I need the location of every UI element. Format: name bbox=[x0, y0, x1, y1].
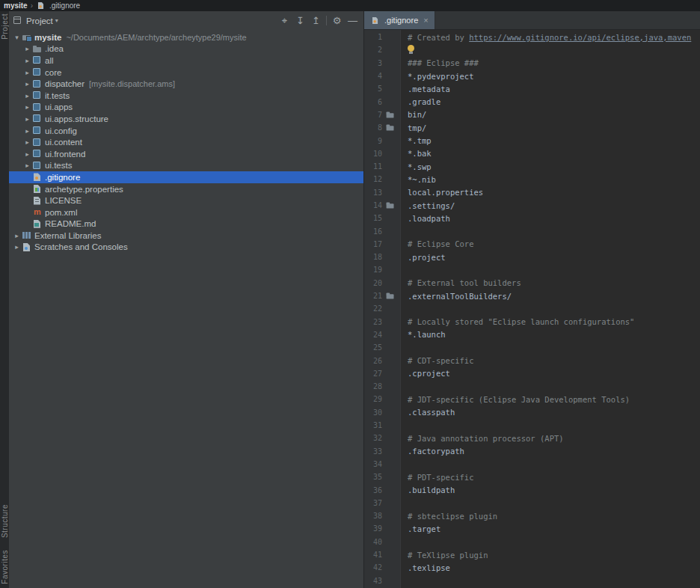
tree-item-external-libraries[interactable]: ▸External Libraries bbox=[9, 230, 363, 242]
code-line-23[interactable]: # Locally stored "Eclipse launch configu… bbox=[408, 316, 700, 328]
chevron-right-icon[interactable]: ▸ bbox=[22, 45, 32, 52]
code-line-42[interactable]: .texlipse bbox=[408, 561, 700, 574]
code-line-5[interactable]: .metadata bbox=[408, 82, 700, 95]
breadcrumb-file[interactable]: .gitignore bbox=[49, 1, 80, 10]
tree-item-ui-frontend[interactable]: ▸ui.frontend bbox=[9, 148, 363, 160]
locate-icon[interactable]: ⌖ bbox=[277, 13, 292, 28]
code-line-20[interactable]: # External tool builders bbox=[408, 277, 700, 290]
left-tool-stripe: Project Structure Favorites bbox=[0, 11, 9, 588]
code-line-19[interactable] bbox=[408, 263, 700, 276]
stripe-favorites-button[interactable]: Favorites bbox=[1, 550, 9, 584]
code-line-30[interactable]: .classpath bbox=[408, 406, 700, 419]
code-line-22[interactable] bbox=[408, 302, 700, 315]
code-line-3[interactable]: ### Eclipse ### bbox=[408, 57, 700, 70]
hide-icon[interactable]: — bbox=[345, 13, 360, 28]
stripe-structure-button[interactable]: Structure bbox=[1, 504, 9, 538]
tree-item-all[interactable]: ▸all bbox=[9, 55, 363, 67]
tree-item-mysite[interactable]: ▾mysite~/Documents/AEM/archtype/archeyty… bbox=[9, 31, 363, 43]
code-line-11[interactable]: *.swp bbox=[408, 160, 700, 173]
tree-item-ui-tests[interactable]: ▸ui.tests bbox=[9, 160, 363, 172]
tree-item--gitignore[interactable]: .gitignore bbox=[9, 171, 363, 183]
tree-item-ui-apps-structure[interactable]: ▸ui.apps.structure bbox=[9, 113, 363, 125]
code-line-32[interactable]: # Java annotation processor (APT) bbox=[408, 432, 700, 444]
tab-gitignore[interactable]: .gitignore × bbox=[364, 11, 435, 29]
code-line-39[interactable]: .target bbox=[408, 522, 700, 535]
code-line-2[interactable] bbox=[408, 43, 700, 56]
chevron-right-icon[interactable]: ▸ bbox=[22, 127, 32, 135]
navigation-bar: mysite › .gitignore bbox=[0, 0, 700, 11]
chevron-right-icon[interactable]: ▸ bbox=[22, 80, 32, 88]
tree-item-pom-xml[interactable]: mpom.xml bbox=[9, 206, 363, 218]
code-line-26[interactable]: # CDT-specific bbox=[408, 354, 700, 367]
tree-item-dispatcher[interactable]: ▸dispatcher[mysite.dispatcher.ams] bbox=[9, 78, 363, 90]
code-line-29[interactable]: # JDT-specific (Eclipse Java Development… bbox=[408, 393, 700, 405]
caret-down-icon[interactable]: ▾ bbox=[55, 17, 58, 24]
code-line-27[interactable]: .cproject bbox=[408, 367, 700, 380]
tree-item-ui-apps[interactable]: ▸ui.apps bbox=[9, 102, 363, 114]
chevron-down-icon[interactable]: ▾ bbox=[12, 34, 22, 41]
code-line-16[interactable] bbox=[408, 224, 700, 237]
tree-item-it-tests[interactable]: ▸it.tests bbox=[9, 90, 363, 102]
tree-item-license[interactable]: LICENSE bbox=[9, 195, 363, 206]
comment-link[interactable]: https://www.gitignore.io/api/eclipse,jav… bbox=[469, 33, 691, 42]
chevron-right-icon[interactable]: ▸ bbox=[22, 69, 32, 76]
code-line-4[interactable]: *.pydevproject bbox=[408, 70, 700, 82]
code-line-8[interactable]: tmp/ bbox=[408, 121, 700, 134]
code-line-1[interactable]: # Created by https://www.gitignore.io/ap… bbox=[408, 31, 700, 43]
code-line-6[interactable]: .gradle bbox=[408, 95, 700, 108]
chevron-right-icon[interactable]: ▸ bbox=[12, 232, 22, 239]
line-number: 9 bbox=[364, 137, 382, 145]
code-line-12[interactable]: *~.nib bbox=[408, 173, 700, 186]
chevron-right-icon[interactable]: ▸ bbox=[22, 115, 32, 123]
tree-item-ui-config[interactable]: ▸ui.config bbox=[9, 125, 363, 137]
code-line-43[interactable] bbox=[408, 574, 700, 587]
code-line-31[interactable] bbox=[408, 419, 700, 432]
tree-item-scratches-and-consoles[interactable]: ▸Scratches and Consoles bbox=[9, 242, 363, 254]
tree-item-core[interactable]: ▸core bbox=[9, 67, 363, 79]
code-line-25[interactable] bbox=[408, 341, 700, 354]
code-line-28[interactable] bbox=[408, 380, 700, 393]
chevron-right-icon[interactable]: ▸ bbox=[22, 162, 32, 169]
code-line-36[interactable]: .buildpath bbox=[408, 483, 700, 496]
code-line-21[interactable]: .externalToolBuilders/ bbox=[408, 290, 700, 302]
chevron-right-icon[interactable]: ▸ bbox=[22, 150, 32, 158]
tab-close-icon[interactable]: × bbox=[423, 16, 428, 25]
code-line-17[interactable]: # Eclipse Core bbox=[408, 238, 700, 251]
code-line-10[interactable]: *.bak bbox=[408, 147, 700, 160]
code-line-38[interactable]: # sbteclipse plugin bbox=[408, 509, 700, 522]
code-line-33[interactable]: .factorypath bbox=[408, 445, 700, 458]
tree-item-readme-md[interactable]: README.md bbox=[9, 218, 363, 230]
code-line-15[interactable]: .loadpath bbox=[408, 212, 700, 224]
settings-icon[interactable]: ⚙ bbox=[329, 13, 345, 28]
stripe-project-button[interactable]: Project bbox=[1, 13, 9, 40]
line-number: 6 bbox=[364, 98, 382, 106]
tree-item-ui-content[interactable]: ▸ui.content bbox=[9, 136, 363, 148]
panel-title[interactable]: Project bbox=[26, 16, 53, 25]
code-line-41[interactable]: # TeXlipse plugin bbox=[408, 548, 700, 561]
gutter-row: 43 bbox=[364, 574, 400, 587]
chevron-right-icon[interactable]: ▸ bbox=[12, 243, 22, 251]
tree-item-archetype-properties[interactable]: archetype.properties bbox=[9, 183, 363, 195]
code-line-9[interactable]: *.tmp bbox=[408, 134, 700, 147]
editor-code[interactable]: # Created by https://www.gitignore.io/ap… bbox=[401, 30, 700, 588]
chevron-right-icon[interactable]: ▸ bbox=[22, 138, 32, 146]
code-line-37[interactable] bbox=[408, 497, 700, 509]
code-line-34[interactable] bbox=[408, 458, 700, 471]
intention-bulb-icon[interactable] bbox=[408, 45, 415, 55]
code-line-24[interactable]: *.launch bbox=[408, 328, 700, 341]
gutter-row: 37 bbox=[364, 497, 400, 509]
code-line-35[interactable]: # PDT-specific bbox=[408, 471, 700, 483]
breadcrumb-project[interactable]: mysite bbox=[4, 1, 28, 10]
collapse-all-icon[interactable]: ↥ bbox=[308, 13, 324, 28]
code-line-40[interactable] bbox=[408, 536, 700, 548]
editor[interactable]: 1234567891011121314151617181920212223242… bbox=[364, 30, 700, 588]
code-line-7[interactable]: bin/ bbox=[408, 108, 700, 121]
code-line-13[interactable]: local.properties bbox=[408, 186, 700, 199]
chevron-right-icon[interactable]: ▸ bbox=[22, 57, 32, 64]
tree-item--idea[interactable]: ▸.idea bbox=[9, 43, 363, 55]
chevron-right-icon[interactable]: ▸ bbox=[22, 92, 32, 99]
code-line-18[interactable]: .project bbox=[408, 251, 700, 263]
chevron-right-icon[interactable]: ▸ bbox=[22, 103, 32, 111]
scroll-from-source-icon[interactable]: ↧ bbox=[292, 13, 308, 28]
code-line-14[interactable]: .settings/ bbox=[408, 199, 700, 212]
